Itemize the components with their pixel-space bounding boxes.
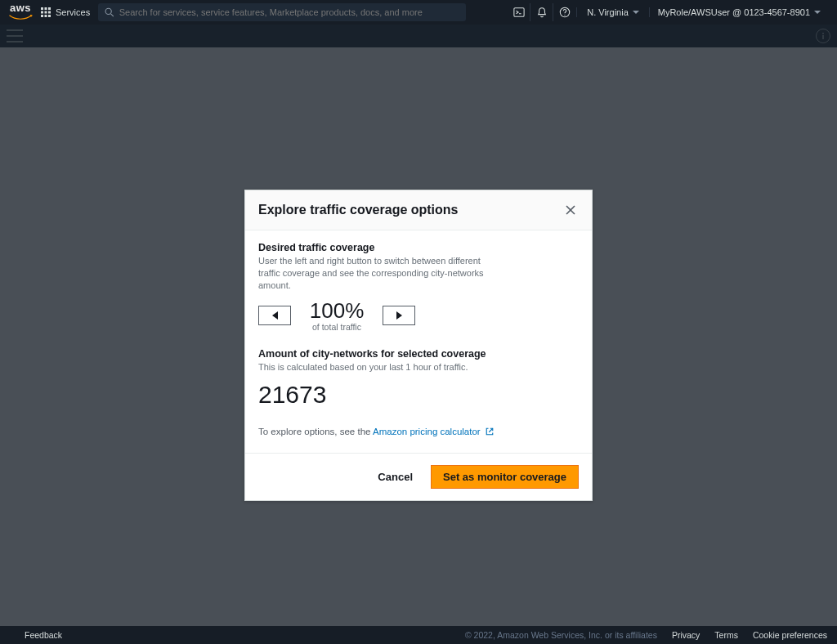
region-label: N. Virginia <box>587 7 629 17</box>
cookie-preferences-link[interactable]: Cookie preferences <box>753 630 827 640</box>
svg-rect-1 <box>45 7 47 10</box>
triangle-left-icon <box>272 311 278 320</box>
top-nav: aws Services N. Virginia MyRole/AWSUser … <box>0 0 837 25</box>
aws-logo-text: aws <box>10 4 31 11</box>
cloudshell-button[interactable] <box>508 3 530 21</box>
search-input[interactable] <box>119 7 459 17</box>
svg-line-19 <box>489 429 493 433</box>
svg-rect-6 <box>41 15 43 17</box>
global-search[interactable] <box>98 3 466 21</box>
bell-icon <box>536 7 548 18</box>
svg-rect-5 <box>48 11 51 14</box>
pricing-calculator-link[interactable]: Amazon pricing calculator <box>373 427 495 436</box>
coverage-stepper: 100% of total traffic <box>258 300 579 332</box>
coverage-percent: 100% <box>304 300 369 321</box>
desired-coverage-label: Desired traffic coverage <box>258 242 579 253</box>
svg-point-14 <box>565 15 566 16</box>
desired-coverage-desc: User the left and right button to switch… <box>258 255 495 292</box>
feedback-link[interactable]: Feedback <box>25 630 62 640</box>
coverage-value-display: 100% of total traffic <box>304 300 369 332</box>
help-icon <box>559 7 571 18</box>
services-label: Services <box>56 7 90 17</box>
help-button[interactable] <box>553 3 576 21</box>
svg-rect-3 <box>41 11 43 14</box>
svg-rect-7 <box>45 15 47 17</box>
svg-rect-4 <box>45 11 47 14</box>
cancel-button[interactable]: Cancel <box>374 466 416 488</box>
cloudshell-icon <box>513 7 525 18</box>
city-networks-section: Amount of city-networks for selected cov… <box>258 348 579 409</box>
city-networks-label: Amount of city-networks for selected cov… <box>258 348 579 360</box>
modal-close-button[interactable] <box>562 202 579 218</box>
set-monitor-coverage-button[interactable]: Set as monitor coverage <box>431 465 579 489</box>
close-icon <box>565 204 576 216</box>
external-link-icon <box>485 427 495 438</box>
account-menu[interactable]: MyRole/AWSUser @ 0123-4567-8901 <box>650 7 829 17</box>
aws-smile-icon <box>8 14 33 20</box>
search-icon <box>105 7 114 17</box>
terms-link[interactable]: Terms <box>714 630 738 640</box>
caret-down-icon <box>633 11 639 14</box>
svg-point-9 <box>105 8 111 14</box>
modal-footer: Cancel Set as monitor coverage <box>245 453 592 500</box>
services-menu[interactable]: Services <box>41 7 90 17</box>
traffic-coverage-modal: Explore traffic coverage options Desired… <box>244 190 593 501</box>
modal-title: Explore traffic coverage options <box>258 203 459 217</box>
notifications-button[interactable] <box>530 3 553 21</box>
modal-body: Desired traffic coverage User the left a… <box>245 230 592 453</box>
region-selector[interactable]: N. Virginia <box>576 7 650 17</box>
desired-coverage-section: Desired traffic coverage User the left a… <box>258 242 579 332</box>
aws-logo[interactable]: aws <box>8 4 33 20</box>
pricing-calculator-label: Amazon pricing calculator <box>373 427 481 436</box>
privacy-link[interactable]: Privacy <box>672 630 700 640</box>
svg-rect-0 <box>41 7 43 10</box>
city-networks-desc: This is calculated based on your last 1 … <box>258 361 579 373</box>
copyright-text: © 2022, Amazon Web Services, Inc. or its… <box>465 630 657 640</box>
modal-header: Explore traffic coverage options <box>245 190 592 230</box>
grid-icon <box>41 7 51 17</box>
svg-rect-2 <box>48 7 51 10</box>
caret-down-icon <box>814 11 821 14</box>
coverage-increase-button[interactable] <box>383 306 415 325</box>
explore-options-row: To explore options, see the Amazon prici… <box>258 427 579 438</box>
svg-rect-8 <box>48 15 51 17</box>
user-label: MyRole/AWSUser @ 0123-4567-8901 <box>658 7 810 17</box>
svg-line-10 <box>111 14 114 16</box>
coverage-decrease-button[interactable] <box>258 306 291 325</box>
triangle-right-icon <box>396 311 402 320</box>
explore-prefix: To explore options, see the <box>258 427 370 436</box>
footer: Feedback © 2022, Amazon Web Services, In… <box>0 626 837 644</box>
coverage-sub: of total traffic <box>304 322 369 332</box>
city-networks-value: 21673 <box>258 381 579 409</box>
